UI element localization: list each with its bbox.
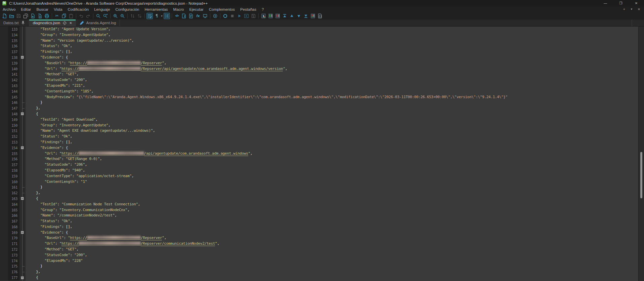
close-icon[interactable]: ✕ — [69, 21, 72, 25]
bookmark-margin[interactable] — [0, 123, 8, 128]
fold-collapse-icon[interactable] — [21, 231, 24, 234]
function-list-button[interactable]: fx — [195, 13, 201, 19]
nav-next-diff-button[interactable] — [296, 13, 302, 19]
bookmark-margin[interactable] — [0, 258, 8, 264]
bookmark-margin[interactable] — [0, 151, 8, 157]
bookmark-margin[interactable] — [0, 179, 8, 185]
bookmark-margin[interactable] — [0, 275, 8, 281]
compare-first-button[interactable]: 1 — [260, 13, 267, 19]
stop-macro-button[interactable] — [229, 13, 235, 19]
bookmark-margin[interactable] — [0, 196, 8, 202]
fold-collapse-icon[interactable] — [21, 56, 24, 59]
save-button[interactable] — [15, 13, 22, 19]
monitoring-eye-button[interactable] — [212, 13, 218, 19]
monitor-doc-button[interactable] — [202, 13, 208, 19]
find-button[interactable] — [95, 13, 101, 19]
bookmark-margin[interactable] — [0, 94, 8, 100]
bookmark-margin[interactable] — [0, 230, 8, 236]
menu-vista[interactable]: Vista — [51, 7, 65, 12]
bookmark-margin[interactable] — [0, 77, 8, 83]
menu-buscar[interactable]: Buscar — [34, 7, 51, 12]
tab-aranda-agent-log[interactable]: Aranda.Agent.log — [76, 19, 120, 26]
menu-herramientas[interactable]: Herramientas — [142, 7, 171, 12]
menu-help[interactable]: ? — [259, 7, 266, 12]
replace-button[interactable] — [102, 13, 109, 19]
bookmark-margin[interactable] — [0, 207, 8, 213]
bookmark-margin[interactable] — [0, 247, 8, 252]
bookmark-margin[interactable] — [0, 89, 8, 94]
cut-button[interactable]: ✂ — [54, 13, 60, 19]
bookmark-margin[interactable] — [0, 156, 8, 162]
bookmark-margin[interactable] — [0, 145, 8, 151]
run-macro-multi-button[interactable] — [243, 13, 250, 19]
show-symbols-button[interactable]: ¶ — [154, 13, 160, 19]
zoom-out-button[interactable] — [119, 13, 126, 19]
zoom-in-button[interactable] — [112, 13, 119, 19]
json-viewer-button[interactable]: { } — [317, 13, 323, 19]
scrollbar-thumb[interactable] — [640, 152, 642, 198]
new-tab-button[interactable]: + — [621, 7, 627, 11]
code-editor[interactable]: 133 "TestId": "Agent Update Version",134… — [0, 27, 639, 281]
doc-list-button[interactable] — [188, 13, 194, 19]
close-all-button[interactable] — [37, 13, 43, 19]
bookmark-margin[interactable] — [0, 241, 8, 247]
bookmark-margin[interactable] — [0, 173, 8, 179]
close-tab-button[interactable]: ✕ — [636, 7, 642, 11]
maximize-button[interactable]: ❐ — [613, 0, 629, 6]
tab-diagnostics-json[interactable]: diagnostics.json✕ — [29, 19, 76, 26]
menu-complementos[interactable]: Complementos — [206, 7, 238, 12]
fold-collapse-icon[interactable] — [21, 276, 24, 279]
doc-map-button[interactable] — [181, 13, 187, 19]
nav-prev-diff-button[interactable] — [289, 13, 295, 19]
tab-datos-txt[interactable]: Datos.txt — [0, 19, 29, 26]
minimize-button[interactable]: — — [598, 0, 613, 6]
sync-vertical-button[interactable] — [129, 13, 136, 19]
save-all-button[interactable] — [23, 13, 29, 19]
menu-lenguaje[interactable]: Lenguaje — [91, 7, 113, 12]
bookmark-margin[interactable] — [0, 49, 8, 55]
bookmark-margin[interactable] — [0, 252, 8, 258]
bookmark-margin[interactable] — [0, 66, 8, 72]
new-file-button[interactable] — [1, 13, 8, 19]
fold-collapse-icon[interactable] — [21, 112, 24, 115]
bookmark-margin[interactable] — [0, 72, 8, 77]
save-macro-button[interactable] — [250, 13, 257, 19]
close-doc-button[interactable] — [30, 13, 36, 19]
menu-macro[interactable]: Macro — [171, 7, 187, 12]
bookmark-margin[interactable] — [0, 162, 8, 168]
print-button[interactable] — [44, 13, 50, 19]
fold-collapse-icon[interactable] — [21, 197, 24, 200]
close-button[interactable]: ✕ — [629, 0, 644, 6]
bookmark-margin[interactable] — [0, 106, 8, 111]
bookmark-margin[interactable] — [0, 100, 8, 106]
bookmark-margin[interactable] — [0, 202, 8, 207]
menu-ejecutar[interactable]: Ejecutar — [187, 7, 206, 12]
compare-options-button[interactable] — [310, 13, 316, 19]
bookmark-margin[interactable] — [0, 55, 8, 61]
bookmark-margin[interactable] — [0, 218, 8, 224]
indent-guides-button[interactable] — [164, 13, 170, 19]
bookmark-margin[interactable] — [0, 83, 8, 89]
bookmark-margin[interactable] — [0, 27, 8, 32]
bookmark-margin[interactable] — [0, 139, 8, 145]
fold-collapse-icon[interactable] — [21, 146, 24, 149]
bookmark-margin[interactable] — [0, 224, 8, 230]
tab-list-button[interactable]: ▼ — [629, 8, 635, 11]
compare-list-green-button[interactable] — [267, 13, 274, 19]
redo-button[interactable] — [85, 13, 91, 19]
bookmark-margin[interactable] — [0, 38, 8, 44]
word-wrap-button[interactable] — [146, 13, 153, 19]
bookmark-margin[interactable] — [0, 32, 8, 38]
menu-editar[interactable]: Editar — [18, 7, 34, 12]
bookmark-margin[interactable] — [0, 168, 8, 173]
undo-button[interactable] — [78, 13, 84, 19]
code-view-button[interactable]: </> — [174, 13, 180, 19]
open-folder-button[interactable] — [8, 13, 15, 19]
bookmark-margin[interactable] — [0, 185, 8, 190]
record-macro-button[interactable] — [222, 13, 228, 19]
nav-first-diff-button[interactable] — [282, 13, 288, 19]
show-symbols-dropdown[interactable]: ▼ — [160, 13, 163, 19]
play-macro-button[interactable] — [236, 13, 243, 19]
bookmark-margin[interactable] — [0, 134, 8, 139]
bookmark-margin[interactable] — [0, 235, 8, 241]
